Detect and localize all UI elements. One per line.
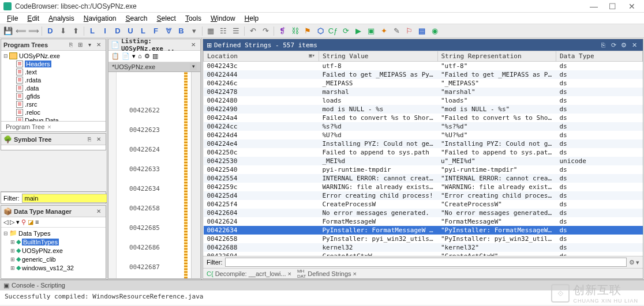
table-row[interactable]: 0042250cFailed to append to sys.path"Fai…: [204, 148, 643, 157]
menu-analysis[interactable]: Analysis: [44, 13, 79, 24]
menu-help[interactable]: Help: [240, 13, 264, 24]
close-icon[interactable]: ✕: [189, 40, 198, 50]
window-icon[interactable]: ▣: [365, 25, 377, 37]
dtm-highlight-icon[interactable]: ◪: [28, 218, 33, 226]
menu-window[interactable]: Window: [206, 13, 240, 24]
redo-icon[interactable]: ↷: [260, 25, 271, 37]
dtm-item-BuiltInTypes[interactable]: ⊞◆BuiltInTypes: [2, 237, 104, 246]
refresh-icon[interactable]: ⟳: [340, 25, 351, 37]
link-icon[interactable]: ⛓: [289, 25, 301, 37]
play-icon[interactable]: ▶: [353, 25, 364, 37]
dtm-item-generic_clib[interactable]: ⊞◆generic_clib: [2, 255, 104, 263]
table-row[interactable]: 004224a4Failed to convert %s to ShortFil…: [204, 114, 643, 122]
strings-filter-input[interactable]: [225, 258, 627, 267]
listing-config-icon[interactable]: ⚙: [144, 52, 150, 60]
strings-refresh-icon[interactable]: ⟳: [608, 41, 619, 49]
tree-item-data[interactable]: .data: [2, 84, 104, 92]
strings-config-icon[interactable]: ⎘: [598, 41, 608, 48]
table-row[interactable]: 00422554INTERNAL ERROR: cannot create te…: [204, 174, 643, 183]
symbol-config-icon[interactable]: ⎘: [85, 135, 94, 144]
tab-defined-strings[interactable]: MHDAT Defined Strings×: [297, 269, 357, 279]
letter-b-icon[interactable]: B: [175, 25, 187, 37]
col-location[interactable]: Location▣▾: [204, 51, 319, 62]
table-row[interactable]: 00422688kernel32"kernel32"ds: [204, 243, 643, 252]
listing-addr[interactable]: 00422687: [129, 263, 160, 271]
table-row[interactable]: 00422490mod is NULL - %s"mod is NULL - %…: [204, 105, 643, 114]
letter-d-icon[interactable]: D: [44, 25, 56, 37]
dtm-fwd-icon[interactable]: ▷: [10, 218, 14, 226]
listing-tab[interactable]: *UOSyPNz.exe ▾: [108, 62, 200, 72]
table-row[interactable]: 004225f4CreateProcessW"CreateProcessW"ds: [204, 200, 643, 209]
table-row[interactable]: 004225d4Error creating child process!"Er…: [204, 191, 643, 200]
tree-item-rsrc[interactable]: .rsrc: [2, 100, 104, 108]
tree-item-reloc[interactable]: .reloc: [2, 108, 104, 116]
tree-icon[interactable]: ☷: [218, 25, 229, 37]
up-arrow-icon[interactable]: ⬆: [70, 25, 81, 37]
tree-config-icon[interactable]: ⎘: [66, 40, 76, 50]
flag-icon[interactable]: ⚐: [403, 25, 415, 37]
listing-addr[interactable]: 00422633: [129, 165, 160, 173]
tree-menu-icon[interactable]: ▾: [85, 40, 94, 50]
letter-v-icon[interactable]: ⩔: [163, 25, 174, 37]
tree-root[interactable]: ⊟UOSyPNz.exe: [2, 52, 104, 60]
undo-icon[interactable]: ↶: [247, 25, 259, 37]
star-icon[interactable]: ✦: [378, 25, 390, 37]
col-string-rep[interactable]: String Representation: [437, 51, 556, 62]
dtm-item-windows_vs12_32[interactable]: ⊞◆windows_vs12_32: [2, 263, 104, 272]
tree-item-gfids[interactable]: .gfids: [2, 92, 104, 100]
table-row[interactable]: 004224cc%s?%d"%s?%d"ds: [204, 122, 643, 131]
col-data-type[interactable]: Data Type: [556, 51, 643, 62]
paste-icon[interactable]: 📄: [122, 52, 130, 60]
listing-addr[interactable]: 00422624: [129, 146, 160, 153]
copy-icon[interactable]: 📋: [111, 52, 119, 60]
maximize-button[interactable]: ☐: [604, 2, 621, 11]
table-row[interactable]: 00422624FormatMessageW"FormatMessageW"ds: [204, 217, 643, 226]
letter-d2-icon[interactable]: D: [112, 25, 123, 37]
wand-icon[interactable]: ✎: [391, 25, 402, 37]
table-row[interactable]: 0042246c_MEIPASS"_MEIPASS"ds: [204, 79, 643, 88]
close-icon[interactable]: ✕: [94, 207, 103, 216]
script-icon[interactable]: Cƒ: [327, 25, 339, 37]
menu-search[interactable]: Search: [121, 13, 152, 24]
graph-icon[interactable]: ⬡: [314, 25, 326, 37]
menu-navigation[interactable]: Navigation: [79, 13, 121, 24]
strings-table-container[interactable]: Location▣▾ String Value String Represent…: [203, 51, 643, 256]
strings-settings-icon[interactable]: ⚙: [619, 41, 629, 49]
listing-split-icon[interactable]: ▥: [152, 52, 158, 60]
save-icon[interactable]: 💾: [2, 25, 14, 37]
dtm-filter-icon[interactable]: ⚲: [21, 218, 26, 226]
tree-item-DebugData[interactable]: Debug Data: [2, 116, 104, 121]
table-row[interactable]: 004224d4%U?%d"%U?%d"ds: [204, 131, 643, 139]
tree-item-text[interactable]: .text: [2, 68, 104, 76]
table-row[interactable]: 00422634PyInstaller: FormatMessageW fail…: [204, 226, 643, 235]
strings-filter-dropdown-icon[interactable]: ▾: [636, 259, 639, 266]
table-row[interactable]: 00422480loads"loads"ds: [204, 96, 643, 105]
close-button[interactable]: ✕: [623, 2, 641, 11]
listing-addr[interactable]: 00422658: [129, 205, 160, 212]
listing-addr[interactable]: 00422634: [129, 185, 160, 192]
listing-addr[interactable]: 00422685: [129, 224, 160, 232]
table-row[interactable]: 0042259cWARNING: file already exists but…: [204, 183, 643, 191]
list-icon[interactable]: ☰: [230, 25, 242, 37]
dtm-root[interactable]: ⊟📁Data Types: [2, 229, 104, 237]
tree-expand-icon[interactable]: ⊞: [76, 40, 85, 50]
close-icon[interactable]: ✕: [94, 135, 103, 144]
tree-item-Headers[interactable]: Headers: [2, 60, 104, 68]
letter-i-icon[interactable]: I: [99, 25, 111, 37]
forward-icon[interactable]: ⟹: [28, 25, 39, 37]
table-row[interactable]: 00422478marshal"marshal"ds: [204, 88, 643, 96]
close-icon[interactable]: ✕: [629, 41, 639, 49]
table-row[interactable]: 00422444Failed to get _MEIPASS as PyObje…: [204, 70, 643, 79]
table-row[interactable]: 00422694CreateActCtxW"CreateActCtxW"ds: [204, 252, 643, 256]
bookmark-icon[interactable]: ⚑: [302, 25, 313, 37]
tab-program-tree[interactable]: Program Tree ×: [3, 123, 54, 130]
letter-l2-icon[interactable]: L: [137, 25, 149, 37]
letter-f-icon[interactable]: F: [150, 25, 162, 37]
dtm-item-UOSyPNzexe[interactable]: ⊞◆UOSyPNz.exe: [2, 246, 104, 255]
grid-icon[interactable]: ▦: [205, 25, 216, 37]
menu-select[interactable]: Select: [152, 13, 181, 24]
table-row[interactable]: 004224e4Installing PYZ: Could not get sy…: [204, 139, 643, 148]
filter-input[interactable]: [22, 194, 107, 203]
dtm-collapse-icon[interactable]: ≡: [35, 218, 39, 226]
listing-addr[interactable]: 00422686: [129, 244, 160, 251]
